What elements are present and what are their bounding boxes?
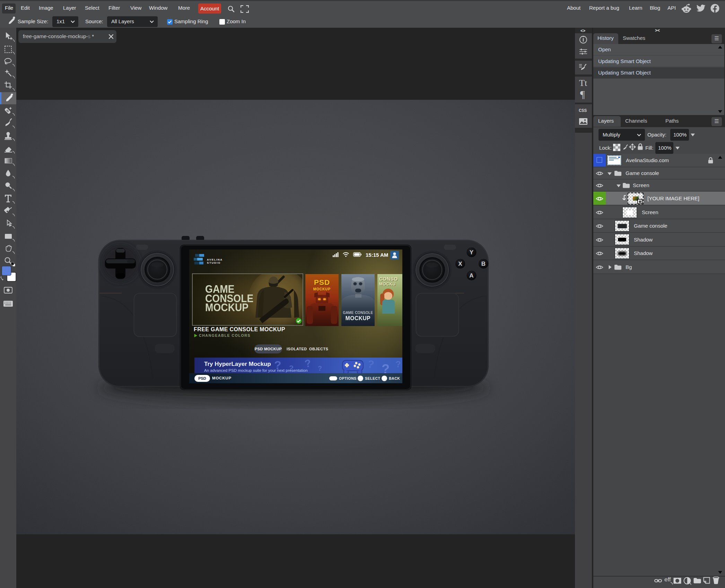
svg-text:X: X: [458, 261, 462, 267]
svg-text:B: B: [481, 261, 486, 267]
svg-text:Tt: Tt: [579, 78, 587, 88]
svg-text:Y: Y: [470, 249, 474, 256]
svg-text:<>: <>: [580, 28, 585, 33]
svg-text:CSS: CSS: [579, 108, 587, 113]
svg-text:¶: ¶: [580, 88, 585, 100]
svg-text:A: A: [469, 272, 473, 279]
